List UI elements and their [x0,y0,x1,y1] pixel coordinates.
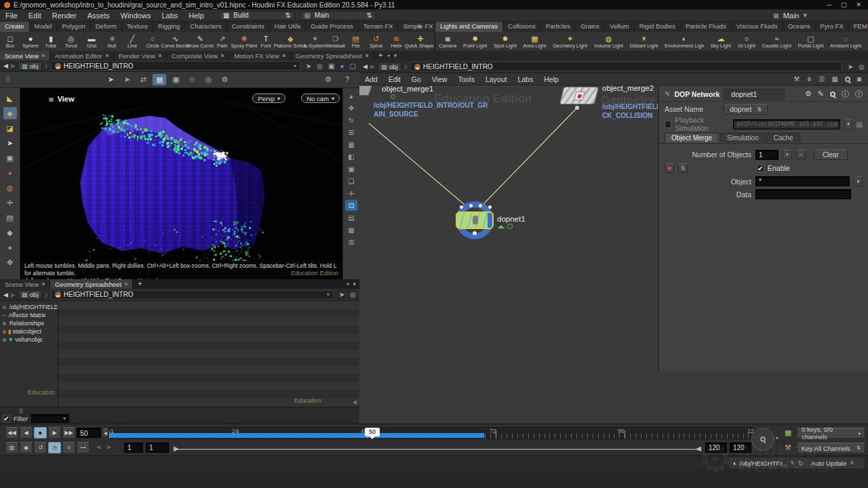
forward-icon[interactable]: ▶ [11,62,16,69]
menu-item[interactable]: Edit [23,11,47,20]
parameter-tab[interactable]: Simulation [720,133,766,142]
chevron-down-icon[interactable]: ▾ [854,176,863,186]
step-back-icon[interactable]: ◀ [102,428,108,437]
shelf-tool[interactable]: ▬ Grid [81,32,102,51]
shelf-tool[interactable]: ≈ Caustic Light [759,32,795,51]
shelf-tool[interactable]: ☀ Distant Light [627,32,661,51]
pane-tab[interactable]: Geometry Spreadsheet [291,51,374,60]
node-input-dot[interactable] [469,204,473,207]
shelf-tool[interactable]: ✶ Geometry Light [549,32,591,51]
shelf-tool[interactable]: ∿ Curve Bezier [163,32,189,51]
playbar-jog-knob[interactable] [751,428,774,451]
playbar-option-icon[interactable]: ◉ [20,442,33,453]
shelf-tool[interactable]: ✸ Spot Light [490,32,519,51]
menu-item[interactable]: Tools [452,75,480,83]
enable-checkbox[interactable]: ✔ [757,165,764,172]
global-end-field[interactable]: 120 [730,443,751,453]
projection-selector[interactable]: Persp ▾ [252,94,285,103]
pane-tab[interactable]: Geometry Spreadsheet [50,279,133,289]
shelf-tab[interactable]: Characters [185,22,226,32]
tree-expander-icon[interactable]: ⊕ [2,337,7,343]
shelf-tool[interactable]: ◐ Environment Light [661,32,707,51]
path-field[interactable]: HEIGHTFIELD_INTRO ▾ [51,61,300,70]
reorder-instance-icon[interactable]: ⇅ [678,163,688,173]
viewport-side-tool-icon[interactable]: ● [3,241,17,253]
node-object-merge2-body[interactable] [559,87,599,104]
shelf-tab[interactable]: Collisions [503,22,541,32]
node-title[interactable]: dopnet1 [497,215,526,223]
shelf-tool[interactable]: ☁ Sky Light [707,32,734,51]
shelf-tool[interactable]: ✚ Quick Shapes [407,32,434,51]
number-of-objects-field[interactable]: 1 [755,150,778,160]
display-option-icon[interactable]: ▴ [345,90,357,101]
viewport-side-tool-icon[interactable]: ➤ [3,137,17,149]
current-frame-field[interactable]: 50 [77,428,101,438]
viewport-tool-icon[interactable]: ⚙ [218,74,231,85]
menu-item[interactable]: Go [406,75,427,83]
node-output-dot[interactable] [575,106,579,110]
back-icon[interactable]: ◀ [363,63,368,70]
camera-selector[interactable]: No cam ▾ [301,94,340,103]
shelf-tool[interactable]: ◌ Ambient Light [827,32,864,51]
chevron-down-icon[interactable]: ▾ [327,291,330,298]
frame-range-slider[interactable]: ▶ ◀ [175,445,700,454]
shelf-tool[interactable]: ✶ L-System [305,32,326,51]
shelf-tool[interactable]: ◙ Camera [435,32,460,51]
playback-simulation-checkbox[interactable] [665,121,671,128]
viewport-side-tool-icon[interactable]: ◈ [3,107,17,119]
menu-item[interactable]: Windows [115,11,157,20]
shelf-tab[interactable]: FEM [849,22,868,32]
parameter-tab[interactable]: Cache [767,133,800,142]
shelf-tool[interactable]: ▮ Tube [41,32,61,51]
shelf-tool[interactable]: ✹ Point Light [460,32,490,51]
range-start-field[interactable]: 1 [146,443,169,453]
desktop-name[interactable]: Main [783,12,800,20]
viewport-side-tool-icon[interactable]: ▤ [3,211,17,224]
node-input-dot[interactable] [488,205,492,209]
increment-button[interactable]: + [783,150,792,159]
node-input-dot[interactable] [460,205,463,209]
shelf-tab[interactable]: Model [30,22,58,32]
main-selector[interactable]: ◎ Main ⇅ [300,11,376,20]
shelf-tool[interactable]: ❍ Metaball [326,32,346,51]
display-option-icon[interactable]: ▦ [345,224,357,235]
desktop-build-selector[interactable]: ▦ Build ⇅ [219,11,295,20]
shelf-tab[interactable]: Pyro FX [815,22,848,32]
viewport-tool-icon[interactable]: ➤ [104,74,117,85]
playbar-option-icon[interactable]: ⊶ [77,442,90,453]
node-output-dot[interactable] [473,231,477,235]
shelf-tab[interactable]: Terrain FX [359,22,399,32]
target-icon[interactable]: ◎ [859,63,865,70]
menu-item[interactable]: Labs [512,75,538,83]
chevron-down-icon[interactable]: ▾ [776,435,778,441]
shelf-tool[interactable]: ○ Circle [142,32,163,51]
viewport-tool-icon[interactable]: ⇄ [136,74,150,85]
display-option-icon[interactable]: ✛ [345,188,357,199]
object-field[interactable]: * [755,176,850,186]
tree-expander-icon[interactable]: ⊕ [2,321,7,327]
keys-status-button[interactable]: 0 keys, 0/0 channels▴ [797,428,865,439]
stepper-icon[interactable]: ⇅ [791,460,795,466]
shelf-tab[interactable]: Rigid Bodies [635,22,681,32]
tree-view-icon[interactable]: ⋔ [806,75,812,83]
shelf-tool[interactable]: ✳ Null [102,32,122,51]
target-icon[interactable]: ◎ [350,291,356,298]
back-icon[interactable]: ◀ [3,62,8,69]
playbar-option-icon[interactable]: ◷ [48,442,61,453]
viewport-side-tool-icon[interactable]: ● [3,167,17,179]
viewport-side-tool-icon[interactable]: ✛ [3,197,17,209]
menu-item[interactable]: Layout [480,75,513,83]
playback-button[interactable]: ■ [34,427,47,439]
pane-maximize-icon[interactable]: ▪ [387,52,389,59]
menu-item[interactable]: Add [359,75,383,83]
pane-tab[interactable]: Composite View [167,51,229,60]
back-icon[interactable]: ◀ [3,291,8,298]
help-icon[interactable]: ? [340,74,354,85]
display-option-icon[interactable]: ⊞ [345,237,357,247]
gear-icon[interactable]: ⚙ [321,74,335,85]
shelf-tab[interactable]: Simple FX [398,22,434,32]
shelf-tab[interactable]: Vellum [605,22,635,32]
viewport-side-tool-icon[interactable]: ◆ [3,226,17,239]
shelf-tool[interactable]: ○ GI Light [734,32,759,51]
add-pane-tab-button[interactable]: + [374,51,387,60]
